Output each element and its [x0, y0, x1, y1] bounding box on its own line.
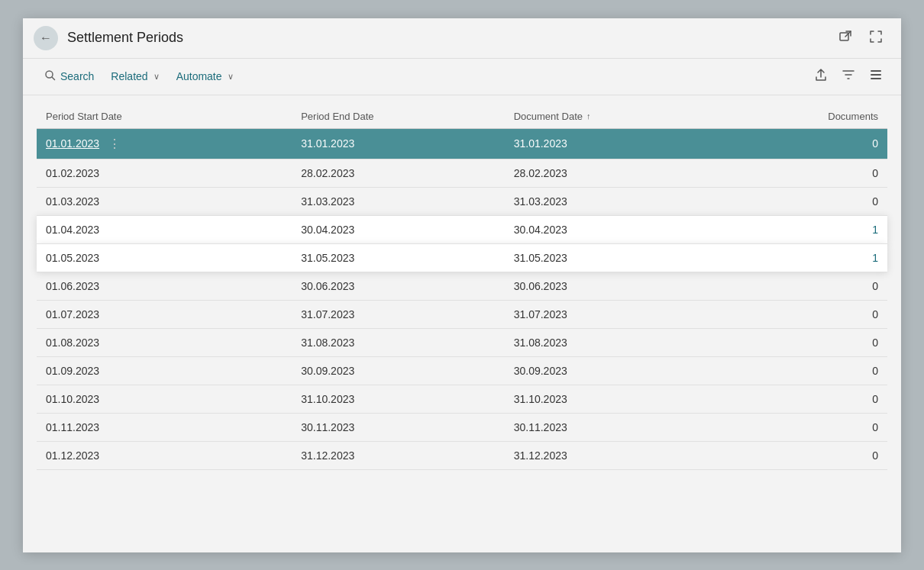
cell-doc-date: 30.06.2023	[505, 272, 760, 300]
cell-period-start: 01.12.2023	[37, 441, 292, 469]
col-header-period-end[interactable]: Period End Date	[292, 103, 505, 129]
cell-doc-date: 31.12.2023	[505, 441, 760, 469]
period-start-text: 01.12.2023	[46, 449, 99, 462]
related-chevron-icon: ∨	[153, 72, 160, 82]
svg-rect-0	[840, 33, 848, 40]
cell-doc-date: 30.04.2023	[505, 215, 760, 243]
search-button[interactable]: Search	[37, 65, 102, 89]
back-button[interactable]: ←	[34, 26, 58, 50]
filter-button[interactable]	[837, 65, 860, 88]
cell-period-start: 01.02.2023	[37, 159, 292, 187]
table-row[interactable]: 01.08.202331.08.202331.08.20230	[37, 328, 887, 356]
period-start-text: 01.04.2023	[46, 224, 99, 236]
cell-documents: 0	[760, 159, 887, 187]
toolbar: Search Related ∨ Automate ∨	[23, 59, 901, 95]
cell-period-end: 31.10.2023	[292, 385, 505, 413]
sort-arrow-icon: ↑	[586, 111, 591, 121]
table-row[interactable]: 01.11.202330.11.202330.11.20230	[37, 413, 887, 441]
period-start-text: 01.03.2023	[46, 195, 99, 208]
cell-period-start: 01.10.2023	[37, 385, 292, 413]
cell-documents: 0	[760, 356, 887, 385]
title-left: ← Settlement Periods	[34, 26, 183, 50]
cell-period-start: 01.08.2023	[37, 328, 292, 356]
period-start-link[interactable]: 01.01.2023	[46, 137, 99, 150]
title-icons	[834, 27, 887, 50]
col-header-period-start[interactable]: Period Start Date	[37, 103, 292, 129]
table-container: Period Start Date Period End Date Docume…	[23, 95, 901, 552]
cell-documents: 0	[760, 128, 887, 159]
share-icon	[814, 68, 828, 85]
toolbar-left: Search Related ∨ Automate ∨	[37, 65, 241, 89]
cell-period-end: 31.08.2023	[292, 328, 505, 356]
table-row[interactable]: 01.01.2023⋮31.01.202331.01.20230	[37, 128, 887, 159]
cell-doc-date: 31.03.2023	[505, 187, 760, 215]
automate-label: Automate	[176, 70, 222, 82]
cell-documents: 0	[760, 272, 887, 300]
cell-period-end: 31.03.2023	[292, 187, 505, 215]
cell-period-start: 01.04.2023	[37, 215, 292, 243]
filter-icon	[842, 68, 855, 85]
cell-documents: 0	[760, 413, 887, 441]
title-bar: ← Settlement Periods	[23, 18, 901, 59]
cell-documents: 0	[760, 385, 887, 413]
table-header-row: Period Start Date Period End Date Docume…	[37, 103, 887, 129]
open-in-window-icon	[838, 30, 852, 47]
page-title: Settlement Periods	[67, 30, 183, 46]
open-in-window-button[interactable]	[834, 27, 857, 50]
col-header-documents[interactable]: Documents	[760, 103, 887, 129]
cell-doc-date: 30.11.2023	[505, 413, 760, 441]
share-button[interactable]	[809, 65, 832, 88]
svg-rect-4	[871, 78, 881, 79]
cell-period-start: 01.01.2023⋮	[37, 128, 292, 159]
cell-period-end: 31.07.2023	[292, 300, 505, 328]
related-button[interactable]: Related ∨	[103, 66, 166, 87]
period-start-text: 01.08.2023	[46, 337, 99, 349]
expand-icon	[869, 30, 883, 47]
cell-doc-date: 31.05.2023	[505, 243, 760, 272]
cell-period-end: 30.09.2023	[292, 356, 505, 385]
cell-period-start: 01.03.2023	[37, 187, 292, 215]
cell-period-end: 31.12.2023	[292, 441, 505, 469]
table-row[interactable]: 01.04.202330.04.202330.04.20231	[37, 215, 887, 243]
cell-period-start: 01.11.2023	[37, 413, 292, 441]
automate-chevron-icon: ∨	[228, 72, 234, 82]
columns-icon	[869, 68, 883, 85]
cell-period-end: 30.06.2023	[292, 272, 505, 300]
table-row[interactable]: 01.06.202330.06.202330.06.20230	[37, 272, 887, 300]
cell-doc-date: 28.02.2023	[505, 159, 760, 187]
cell-period-end: 31.01.2023	[292, 128, 505, 159]
cell-doc-date: 31.07.2023	[505, 300, 760, 328]
table-row[interactable]: 01.09.202330.09.202330.09.20230	[37, 356, 887, 385]
columns-button[interactable]	[864, 65, 887, 88]
cell-period-end: 31.05.2023	[292, 243, 505, 272]
main-window: ← Settlement Periods	[23, 18, 901, 552]
col-header-doc-date[interactable]: Document Date ↑	[505, 103, 760, 129]
cell-documents: 0	[760, 328, 887, 356]
svg-rect-3	[871, 74, 881, 76]
cell-doc-date: 31.01.2023	[505, 128, 760, 159]
period-start-text: 01.02.2023	[46, 167, 99, 179]
period-start-text: 01.09.2023	[46, 365, 99, 377]
cell-doc-date: 31.08.2023	[505, 328, 760, 356]
table-row[interactable]: 01.03.202331.03.202331.03.20230	[37, 187, 887, 215]
svg-rect-2	[871, 70, 881, 72]
related-label: Related	[111, 70, 147, 82]
table-row[interactable]: 01.05.202331.05.202331.05.20231	[37, 243, 887, 272]
period-start-text: 01.05.2023	[46, 252, 99, 264]
table-row[interactable]: 01.12.202331.12.202331.12.20230	[37, 441, 887, 469]
row-menu-icon[interactable]: ⋮	[105, 137, 124, 151]
automate-button[interactable]: Automate ∨	[169, 66, 241, 87]
cell-period-end: 28.02.2023	[292, 159, 505, 187]
cell-period-start: 01.05.2023	[37, 243, 292, 272]
settlement-table: Period Start Date Period End Date Docume…	[37, 103, 887, 470]
expand-button[interactable]	[864, 27, 887, 50]
period-start-text: 01.06.2023	[46, 280, 99, 292]
cell-period-start: 01.07.2023	[37, 300, 292, 328]
cell-period-end: 30.04.2023	[292, 215, 505, 243]
table-row[interactable]: 01.02.202328.02.202328.02.20230	[37, 159, 887, 187]
table-row[interactable]: 01.10.202331.10.202331.10.20230	[37, 385, 887, 413]
cell-period-end: 30.11.2023	[292, 413, 505, 441]
cell-doc-date: 30.09.2023	[505, 356, 760, 385]
table-row[interactable]: 01.07.202331.07.202331.07.20230	[37, 300, 887, 328]
cell-documents: 1	[760, 215, 887, 243]
